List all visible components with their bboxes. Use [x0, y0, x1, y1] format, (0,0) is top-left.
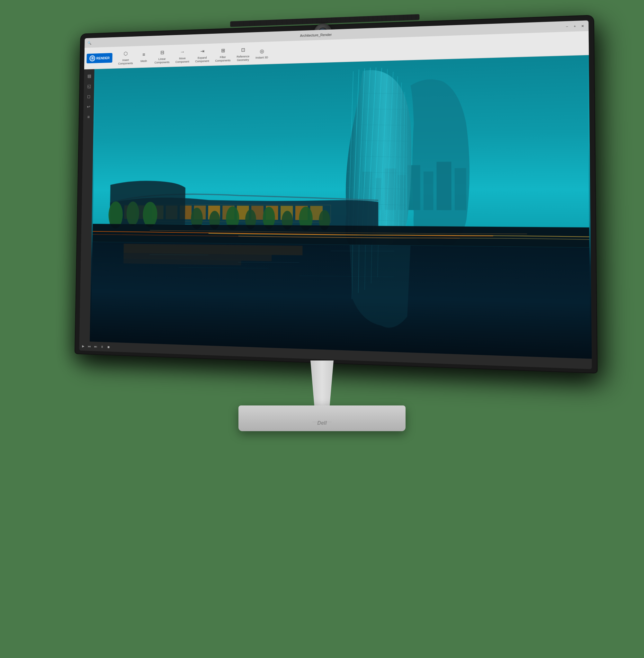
architecture-svg — [90, 55, 592, 359]
insert-components-label: InsertComponents — [118, 58, 133, 65]
mesh-icon: ≡ — [140, 50, 148, 59]
filter-components-label: FilterComponents — [215, 55, 230, 62]
render-button-label: RENDER — [96, 56, 110, 60]
toolbar-instant-3d[interactable]: ◎ Instant 3D — [253, 45, 271, 61]
reference-geometry-icon: ⊡ — [239, 45, 248, 54]
monitor-btn-5[interactable] — [101, 355, 103, 357]
sidebar-panels[interactable]: ▤ — [85, 72, 93, 80]
close-button[interactable]: ✕ — [580, 23, 585, 28]
screen: 🔍 Architecture_Render − + ✕ ⚙ RENDER ⬡ I… — [79, 20, 592, 369]
toolbar-expand-component[interactable]: ⇥ ExpandComponent — [193, 45, 212, 64]
linear-components-icon: ⊟ — [158, 48, 166, 57]
monitor-stand-base — [238, 405, 406, 431]
toolbar-filter-components[interactable]: ⊞ FilterComponents — [213, 45, 233, 64]
status-stop[interactable]: ⏹ — [107, 345, 110, 349]
monitor-body: 🔍 Architecture_Render − + ✕ ⚙ RENDER ⬡ I… — [75, 16, 597, 373]
linear-components-label: LinearComponents — [155, 57, 170, 64]
window-controls: − + ✕ — [565, 23, 585, 29]
sidebar-view[interactable]: ◻ — [85, 92, 93, 101]
toolbar-linear-components[interactable]: ⊟ LinearComponents — [152, 47, 172, 66]
sidebar-settings[interactable]: ≡ — [85, 113, 93, 121]
instant-3d-icon: ◎ — [257, 47, 266, 55]
monitor-stand-neck — [303, 360, 341, 405]
move-component-label: MoveComponent — [176, 56, 189, 64]
toolbar-mesh[interactable]: ≡ Mesh — [136, 49, 151, 65]
monitor-btn-3[interactable] — [93, 355, 95, 357]
sidebar-layers[interactable]: ◱ — [85, 82, 93, 91]
sidebar-undo[interactable]: ↩ — [85, 102, 93, 111]
monitor-btn-4[interactable] — [97, 355, 99, 357]
filter-components-icon: ⊞ — [219, 46, 228, 55]
main-content — [90, 55, 592, 359]
toolbar-insert-components[interactable]: ⬡ InsertComponents — [116, 48, 135, 67]
render-icon: ⚙ — [89, 55, 95, 61]
dell-logo-line — [312, 422, 332, 422]
expand-component-label: ExpandComponent — [195, 56, 209, 63]
mesh-label: Mesh — [140, 60, 147, 63]
monitor-btn-2[interactable] — [89, 355, 91, 357]
move-component-icon: → — [178, 48, 187, 56]
toolbar-reference-geometry[interactable]: ⊡ ReferenceGeometry — [234, 44, 252, 63]
render-button[interactable]: ⚙ RENDER — [87, 53, 113, 63]
expand-component-icon: ⇥ — [198, 47, 206, 56]
toolbar-move-component[interactable]: → MoveComponent — [173, 46, 191, 65]
status-pause[interactable]: ⏸ — [100, 345, 104, 348]
reference-geometry-label: ReferenceGeometry — [236, 55, 249, 62]
instant-3d-label: Instant 3D — [255, 56, 268, 60]
status-next[interactable]: ⏭ — [94, 345, 97, 348]
architecture-scene — [90, 55, 592, 359]
minimize-button[interactable]: − — [565, 24, 570, 29]
search-icon[interactable]: 🔍 — [87, 41, 92, 45]
monitor-wrapper: 🔍 Architecture_Render − + ✕ ⚙ RENDER ⬡ I… — [49, 24, 595, 634]
status-play[interactable]: ▶ — [82, 344, 85, 348]
status-prev[interactable]: ⏮ — [88, 345, 91, 348]
bottom-buttons — [85, 354, 103, 357]
insert-components-icon: ⬡ — [121, 49, 130, 58]
monitor-btn-1[interactable] — [85, 354, 87, 356]
maximize-button[interactable]: + — [572, 24, 577, 29]
